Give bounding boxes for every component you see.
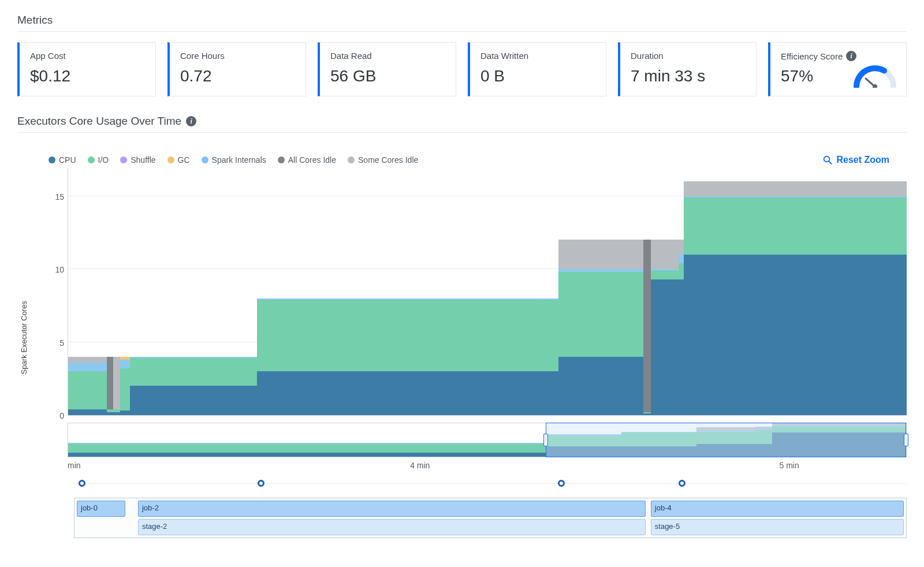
- chart-segment-i-o: [651, 271, 679, 279]
- stage-bar-stage-2[interactable]: stage-2: [138, 519, 646, 535]
- gantt-row-jobs: job-0job-2job-4: [77, 501, 904, 517]
- chart-segment-cpu: [558, 357, 643, 415]
- brush-handle[interactable]: [904, 434, 908, 446]
- metric-card-label-text: App Cost: [30, 51, 66, 61]
- chart-segment-i-o: [68, 371, 107, 409]
- overview-brush[interactable]: [546, 423, 906, 457]
- legend-item-some-cores-idle[interactable]: Some Cores Idle: [348, 155, 418, 165]
- gantt-row-stages: stage-2stage-5: [77, 519, 904, 535]
- event-marker-icon[interactable]: [558, 480, 565, 487]
- chart-segment-cpu: [643, 413, 651, 415]
- chart-segment-cpu: [679, 279, 684, 415]
- main-chart[interactable]: [68, 167, 907, 416]
- y-axis-label: Spark Executor Cores: [17, 266, 28, 374]
- metric-card-label-text: Core Hours: [180, 51, 225, 61]
- chart-segment-some-cores-idle: [68, 357, 107, 363]
- chart-segment-i-o: [643, 412, 651, 414]
- chart-segment-spark-internals: [454, 299, 559, 300]
- chart-segment-i-o: [684, 197, 907, 255]
- chart-segment-cpu: [68, 409, 107, 415]
- legend-label: Some Cores Idle: [358, 155, 418, 165]
- job-bar-job-0[interactable]: job-0: [77, 501, 125, 517]
- info-icon[interactable]: i: [846, 51, 856, 61]
- reset-zoom-label: Reset Zoom: [836, 155, 889, 165]
- chart-segment-spark-internals: [558, 269, 643, 272]
- x-tick: min: [68, 461, 81, 470]
- divider: [17, 31, 907, 32]
- chart-segment-some-cores-idle: [558, 240, 643, 269]
- event-marker-icon[interactable]: [258, 480, 264, 487]
- x-axis-ticks: min4 min5 min: [68, 461, 907, 473]
- metric-card-value: 7 min 33 s: [631, 67, 746, 85]
- chart-segment-i-o: [679, 263, 684, 279]
- overview-segment: [68, 453, 546, 457]
- legend-label: I/O: [98, 155, 109, 165]
- legend-item-all-cores-idle[interactable]: All Cores Idle: [278, 155, 336, 165]
- chart-segment-cpu: [684, 255, 907, 415]
- metric-card-duration: Duration7 min 33 s: [618, 42, 757, 96]
- metric-cards-row: App Cost$0.12Core Hours0.72Data Read56 G…: [17, 42, 907, 96]
- job-bar-job-4[interactable]: job-4: [651, 501, 904, 517]
- section-title-metrics: Metrics: [17, 14, 907, 27]
- legend-item-i-o[interactable]: I/O: [88, 155, 109, 165]
- metric-card-core-hours: Core Hours0.72: [167, 42, 306, 96]
- chart-segment-cpu: [130, 386, 256, 415]
- brush-handle[interactable]: [543, 434, 548, 446]
- chart-segment-spark-internals: [679, 255, 684, 263]
- svg-line-1: [866, 79, 875, 87]
- job-bar-job-2[interactable]: job-2: [138, 501, 646, 517]
- chart-segment-i-o: [113, 409, 120, 412]
- chart-segment-spark-internals: [68, 363, 107, 371]
- chart-legend: CPUI/OShuffleGCSpark InternalsAll Cores …: [49, 155, 418, 165]
- divider: [17, 132, 907, 133]
- y-tick: 5: [59, 338, 64, 348]
- overview-segment: [68, 443, 546, 444]
- chart-segment-all-cores-idle: [107, 357, 114, 409]
- chart-segment-i-o: [257, 300, 454, 371]
- info-icon[interactable]: i: [186, 116, 196, 126]
- legend-label: GC: [178, 155, 190, 165]
- x-tick: 4 min: [410, 461, 430, 470]
- legend-swatch: [202, 156, 208, 163]
- chart-segment-cpu: [107, 412, 114, 415]
- section-title-executors: Executors Core Usage Over Time i: [17, 115, 907, 128]
- chart-segment-spark-internals: [130, 357, 256, 359]
- legend-label: Shuffle: [131, 155, 155, 165]
- chart-segment-cpu: [454, 371, 559, 415]
- overview-chart[interactable]: [68, 423, 907, 457]
- chart-segment-i-o: [558, 272, 643, 357]
- event-marker-icon[interactable]: [679, 480, 685, 487]
- legend-swatch: [49, 156, 55, 163]
- legend-item-gc[interactable]: GC: [167, 155, 190, 165]
- chart-segment-i-o: [107, 409, 114, 412]
- y-axis-ticks: 051015: [28, 167, 68, 416]
- legend-label: CPU: [59, 155, 76, 165]
- efficiency-gauge-icon: [852, 64, 898, 90]
- metric-card-app-cost: App Cost$0.12: [17, 42, 156, 96]
- chart-segment-spark-internals: [684, 196, 907, 198]
- job-gantt: job-0job-2job-4 stage-2stage-5: [74, 498, 907, 538]
- legend-swatch: [278, 156, 285, 163]
- metric-card-label: Efficiency Scorei: [781, 51, 896, 61]
- chart-segment-some-cores-idle: [113, 357, 120, 409]
- legend-label: Spark Internals: [212, 155, 266, 165]
- metric-card-label: Data Read: [330, 51, 445, 61]
- metric-card-label: App Cost: [30, 51, 145, 61]
- legend-item-shuffle[interactable]: Shuffle: [120, 155, 155, 165]
- legend-item-spark-internals[interactable]: Spark Internals: [202, 155, 266, 165]
- y-tick: 15: [55, 192, 64, 202]
- legend-swatch: [167, 156, 174, 163]
- section-title-executors-label: Executors Core Usage Over Time: [17, 115, 181, 128]
- chart-segment-i-o: [120, 368, 130, 411]
- event-marker-icon[interactable]: [79, 480, 85, 487]
- metric-card-label-text: Efficiency Score: [781, 51, 843, 61]
- legend-item-cpu[interactable]: CPU: [49, 155, 76, 165]
- stage-bar-stage-5[interactable]: stage-5: [651, 519, 904, 535]
- chart-segment-spark-internals: [257, 299, 454, 300]
- reset-zoom-button[interactable]: Reset Zoom: [822, 155, 889, 165]
- chart-segment-cpu: [120, 411, 130, 415]
- legend-swatch: [88, 156, 95, 163]
- y-tick: 10: [55, 265, 64, 274]
- chart-segment-some-cores-idle: [684, 181, 907, 196]
- chart-segment-gc: [120, 357, 130, 360]
